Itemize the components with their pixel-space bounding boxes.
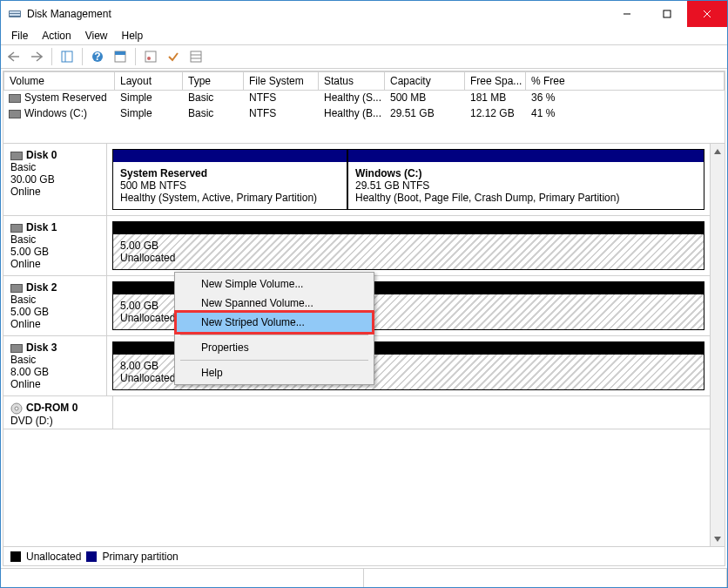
col-filesystem[interactable]: File System	[244, 71, 319, 91]
partition-stripe	[113, 150, 347, 162]
col-pctfree[interactable]: % Free	[526, 71, 725, 91]
disk-state: Online	[10, 186, 99, 198]
disk-size: 5.00 GB	[10, 246, 99, 258]
vol-type: Basic	[183, 106, 244, 122]
vol-layout: Simple	[115, 91, 183, 106]
vol-free: 12.12 GB	[465, 106, 526, 122]
partition-status: Healthy (Boot, Page File, Crash Dump, Pr…	[355, 192, 697, 204]
status-cell	[1, 569, 364, 587]
partition-status: Healthy (System, Active, Primary Partiti…	[120, 192, 340, 204]
disk-state: Online	[10, 378, 99, 390]
vol-status: Healthy (B...	[319, 106, 385, 122]
view-top-button[interactable]	[111, 47, 130, 66]
volume-row[interactable]: Windows (C:) Simple Basic NTFS Healthy (…	[3, 106, 725, 122]
partition-stripe	[113, 222, 704, 234]
forward-button[interactable]	[27, 47, 46, 66]
vol-fs: NTFS	[244, 91, 319, 106]
vol-name: System Reserved	[3, 91, 115, 106]
svg-rect-7	[62, 51, 72, 62]
partition[interactable]: System Reserved 500 MB NTFS Healthy (Sys…	[112, 149, 347, 210]
volume-row[interactable]: System Reserved Simple Basic NTFS Health…	[3, 91, 725, 106]
volume-icon	[9, 110, 21, 118]
svg-point-19	[15, 407, 18, 410]
svg-rect-15	[191, 51, 201, 62]
list-view-button[interactable]	[186, 47, 206, 66]
ctx-properties[interactable]: Properties	[177, 338, 372, 357]
titlebar[interactable]: Disk Management	[1, 1, 727, 27]
volume-icon	[9, 94, 21, 103]
app-icon	[8, 7, 22, 21]
vol-capacity: 29.51 GB	[385, 106, 465, 122]
check-button[interactable]	[164, 47, 183, 66]
svg-rect-12	[115, 51, 125, 55]
disk-icon: Disk 2	[10, 281, 99, 294]
disk-icon: Disk 0	[10, 149, 99, 161]
vol-pct: 36 %	[526, 91, 725, 106]
disk-info[interactable]: Disk 0 Basic 30.00 GB Online	[3, 144, 107, 215]
settings-button[interactable]	[141, 47, 160, 66]
disk-size: 8.00 GB	[10, 366, 99, 378]
back-button[interactable]	[4, 47, 24, 66]
col-type[interactable]: Type	[183, 71, 244, 91]
disk-row: Disk 0 Basic 30.00 GB Online System Rese…	[3, 144, 710, 216]
disk-info[interactable]: Disk 3 Basic 8.00 GB Online	[3, 336, 107, 395]
cdrom-icon: CD-ROM 0	[10, 402, 105, 415]
menu-help[interactable]: Help	[115, 28, 151, 44]
disk-icon: Disk 1	[10, 221, 99, 233]
menu-file[interactable]: File	[4, 28, 35, 44]
minimize-button[interactable]	[607, 1, 647, 27]
menu-action[interactable]: Action	[35, 28, 78, 44]
disk-info[interactable]: Disk 2 Basic 5.00 GB Online	[3, 276, 107, 335]
show-hide-tree-button[interactable]	[57, 47, 77, 66]
scroll-up-button[interactable]	[711, 144, 725, 159]
disk-type: Basic	[10, 233, 99, 246]
ctx-separator	[180, 335, 368, 335]
disk-size: 5.00 GB	[10, 306, 99, 318]
toolbar: ?	[1, 44, 727, 69]
col-layout[interactable]: Layout	[115, 71, 183, 91]
partition-title: Windows (C:)	[355, 167, 697, 179]
partition[interactable]: Windows (C:) 29.51 GB NTFS Healthy (Boot…	[347, 149, 704, 210]
help-button[interactable]: ?	[88, 47, 107, 66]
vol-name: Windows (C:)	[3, 106, 115, 122]
menu-view[interactable]: View	[78, 28, 115, 44]
partition-sub: 500 MB NTFS	[120, 179, 340, 192]
col-volume[interactable]: Volume	[3, 71, 115, 91]
col-freespace[interactable]: Free Spa...	[465, 71, 526, 91]
maximize-button[interactable]	[647, 1, 687, 27]
close-button[interactable]	[687, 1, 727, 27]
svg-point-14	[147, 57, 151, 60]
disk-row: Disk 1 Basic 5.00 GB Online 5.00 GB Unal…	[3, 216, 710, 276]
legend-unallocated-swatch	[10, 551, 21, 562]
partition-stripe	[348, 150, 704, 162]
vertical-scrollbar[interactable]	[710, 144, 725, 546]
legend-unallocated-label: Unallocated	[26, 551, 81, 563]
disk-type: DVD (D:)	[10, 415, 105, 427]
status-cell	[364, 569, 727, 587]
partition-unallocated[interactable]: 5.00 GB Unallocated	[112, 221, 704, 270]
partition-sub: 5.00 GB	[120, 240, 697, 252]
svg-rect-13	[145, 51, 156, 62]
disk-info[interactable]: Disk 1 Basic 5.00 GB Online	[3, 216, 107, 275]
disk-type: Basic	[10, 161, 99, 173]
svg-rect-1	[10, 11, 20, 13]
ctx-help[interactable]: Help	[177, 363, 372, 382]
volume-list-header: Volume Layout Type File System Status Ca…	[3, 71, 725, 91]
col-capacity[interactable]: Capacity	[385, 71, 465, 91]
disk-info[interactable]: CD-ROM 0 DVD (D:)	[3, 396, 113, 429]
volume-list[interactable]: System Reserved Simple Basic NTFS Health…	[3, 91, 725, 143]
disk-state: Online	[10, 318, 99, 330]
scroll-down-button[interactable]	[711, 531, 725, 546]
vol-fs: NTFS	[244, 106, 319, 122]
ctx-new-striped-volume[interactable]: New Striped Volume...	[174, 310, 374, 335]
menubar: File Action View Help	[1, 27, 727, 44]
ctx-new-simple-volume[interactable]: New Simple Volume...	[177, 274, 372, 294]
svg-rect-4	[664, 10, 671, 17]
disk-size: 30.00 GB	[10, 173, 99, 186]
disk-state: Online	[10, 258, 99, 270]
legend-primary-label: Primary partition	[102, 551, 178, 563]
disk-management-window: Disk Management File Action View Help ? …	[0, 0, 728, 588]
vol-type: Basic	[183, 91, 244, 106]
col-status[interactable]: Status	[319, 71, 385, 91]
disk-icon: Disk 3	[10, 341, 99, 354]
